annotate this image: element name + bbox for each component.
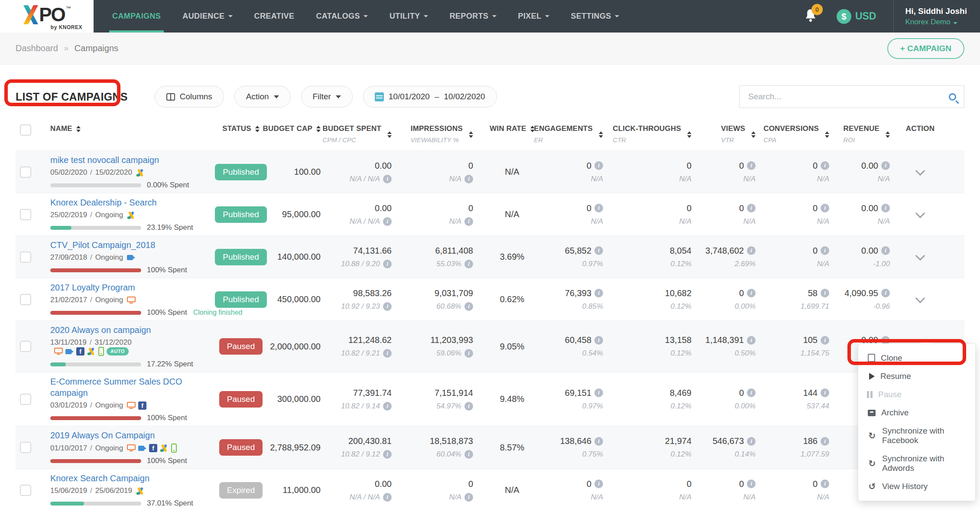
nav-item-pixel[interactable]: PIXEL — [507, 0, 560, 33]
row-checkbox[interactable] — [20, 251, 31, 263]
row-checkbox[interactable] — [20, 442, 31, 453]
info-icon[interactable] — [594, 388, 603, 397]
nav-item-utility[interactable]: UTILITY — [379, 0, 439, 33]
header-impressions[interactable]: IMPRESSIONSVIEWABILITY % — [411, 124, 473, 144]
info-icon[interactable] — [747, 336, 756, 345]
select-all-checkbox[interactable] — [20, 124, 31, 136]
search-icon[interactable] — [949, 93, 956, 101]
info-icon[interactable] — [464, 402, 473, 411]
info-icon[interactable] — [464, 175, 473, 183]
nav-item-creative[interactable]: CREATIVE — [243, 0, 305, 33]
nav-item-campaigns[interactable]: CAMPAIGNS — [101, 0, 172, 33]
row-actions-chevron-icon[interactable] — [915, 166, 925, 176]
menu-item-sync-facebook[interactable]: Synchronize with Facebook — [858, 422, 975, 450]
info-icon[interactable] — [747, 246, 756, 255]
campaign-name-link[interactable]: Knorex Dealership - Search — [50, 197, 157, 208]
row-checkbox[interactable] — [20, 209, 31, 220]
info-icon[interactable] — [383, 493, 392, 502]
info-icon[interactable] — [383, 450, 392, 459]
info-icon[interactable] — [464, 217, 473, 226]
header-name[interactable]: NAME — [50, 124, 81, 133]
notifications-button[interactable]: 0 — [804, 8, 818, 25]
info-icon[interactable] — [464, 493, 473, 502]
info-icon[interactable] — [821, 336, 829, 345]
info-icon[interactable] — [881, 204, 890, 212]
header-budget-spent[interactable]: BUDGET SPENTCPM / CPC — [322, 124, 392, 144]
menu-item-resume[interactable]: Resume — [858, 367, 975, 385]
campaign-name-link[interactable]: 2020 Always on campaign — [50, 324, 151, 336]
info-icon[interactable] — [594, 246, 603, 255]
info-icon[interactable] — [747, 388, 756, 397]
info-icon[interactable] — [821, 161, 829, 170]
info-icon[interactable] — [594, 336, 603, 345]
header-revenue[interactable]: REVENUEROI — [843, 124, 890, 144]
header-engagements[interactable]: ENGAGEMENTSER — [534, 124, 603, 144]
campaign-name-link[interactable]: Knorex Search Campaign — [50, 473, 149, 484]
header-win-rate[interactable]: WIN RATE — [490, 124, 534, 133]
info-icon[interactable] — [747, 437, 756, 446]
row-checkbox[interactable] — [20, 294, 31, 305]
info-icon[interactable] — [464, 450, 473, 459]
header-budget-cap[interactable]: BUDGET CAP — [263, 124, 321, 133]
info-icon[interactable] — [594, 289, 603, 297]
date-range-button[interactable]: 10/01/2020 – 10/02/2020 — [363, 86, 497, 108]
campaign-name-link[interactable]: 2017 Loyalty Program — [50, 282, 135, 293]
info-icon[interactable] — [747, 289, 756, 297]
info-icon[interactable] — [594, 204, 603, 212]
info-icon[interactable] — [821, 480, 829, 488]
user-menu[interactable]: Hi, Siddhi Joshi Knorex Demo — [894, 7, 980, 26]
info-icon[interactable] — [464, 260, 473, 268]
breadcrumb-dashboard[interactable]: Dashboard — [16, 43, 58, 53]
new-campaign-button[interactable]: + CAMPAIGN — [887, 38, 964, 59]
nav-item-catalogs[interactable]: CATALOGS — [305, 0, 379, 33]
info-icon[interactable] — [383, 260, 392, 268]
row-checkbox[interactable] — [20, 341, 31, 352]
info-icon[interactable] — [594, 437, 603, 446]
info-icon[interactable] — [383, 302, 392, 311]
info-icon[interactable] — [747, 204, 756, 212]
info-icon[interactable] — [747, 480, 756, 488]
campaign-name-link[interactable]: 2019 Always On Campaign — [50, 430, 155, 441]
info-icon[interactable] — [594, 161, 603, 170]
campaign-name-link[interactable]: CTV_Pilot Campaign_2018 — [50, 239, 155, 251]
columns-button[interactable]: Columns — [155, 86, 224, 108]
row-checkbox[interactable] — [20, 485, 31, 496]
info-icon[interactable] — [464, 349, 473, 358]
header-status[interactable]: STATUS — [222, 124, 260, 133]
info-icon[interactable] — [881, 246, 890, 255]
info-icon[interactable] — [821, 388, 829, 397]
menu-item-archive[interactable]: Archive — [858, 404, 975, 422]
info-icon[interactable] — [821, 437, 829, 446]
info-icon[interactable] — [383, 349, 392, 358]
info-icon[interactable] — [881, 161, 890, 170]
search-input[interactable] — [747, 91, 949, 102]
row-actions-chevron-icon[interactable] — [915, 251, 925, 261]
nav-item-audience[interactable]: AUDIENCE — [172, 0, 243, 33]
info-icon[interactable] — [821, 289, 829, 297]
menu-item-clone[interactable]: Clone — [858, 349, 975, 367]
info-icon[interactable] — [383, 402, 392, 411]
row-checkbox[interactable] — [20, 394, 31, 405]
info-icon[interactable] — [464, 302, 473, 311]
campaign-name-link[interactable]: mike test novocall campaign — [50, 154, 159, 166]
nav-item-reports[interactable]: REPORTS — [439, 0, 507, 33]
info-icon[interactable] — [881, 289, 890, 297]
info-icon[interactable] — [383, 175, 392, 183]
info-icon[interactable] — [821, 204, 829, 212]
menu-item-sync-adwords[interactable]: Synchronize with Adwords — [858, 450, 975, 477]
campaign-name-link[interactable]: E-Commerce Summer Sales DCO campaign — [50, 376, 206, 398]
menu-item-view-history[interactable]: View History — [858, 477, 975, 496]
action-button[interactable]: Action — [234, 86, 291, 108]
nav-item-settings[interactable]: SETTINGS — [560, 0, 630, 33]
filter-button[interactable]: Filter — [301, 86, 353, 108]
row-actions-chevron-icon[interactable] — [915, 208, 925, 218]
menu-item-pause[interactable]: Pause — [858, 385, 975, 404]
header-conversions[interactable]: CONVERSIONSCPA — [763, 124, 829, 144]
info-icon[interactable] — [747, 161, 756, 170]
header-click-throughs[interactable]: CLICK-THROUGHSCTR — [613, 124, 691, 144]
row-actions-chevron-icon[interactable] — [915, 293, 925, 303]
info-icon[interactable] — [821, 246, 829, 255]
xpo-logo[interactable]: PO ™ by KNOREX — [0, 0, 94, 33]
row-checkbox[interactable] — [20, 166, 31, 178]
info-icon[interactable] — [594, 480, 603, 488]
